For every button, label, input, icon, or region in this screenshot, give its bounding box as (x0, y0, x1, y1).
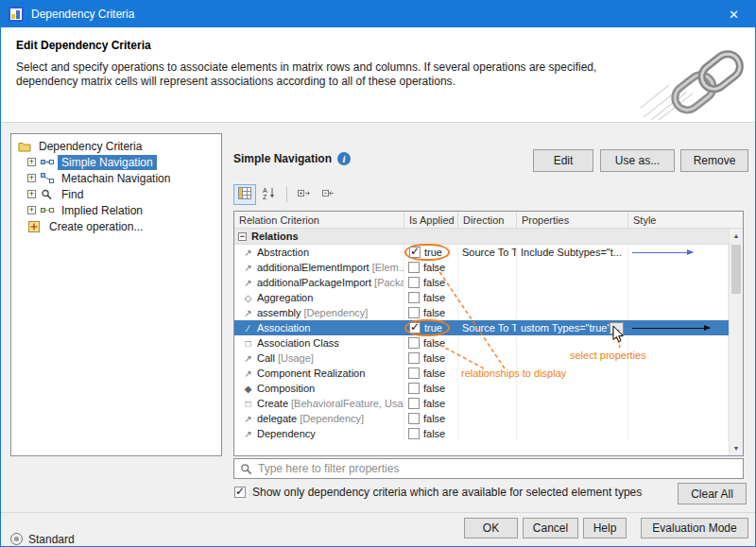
relation-row-association[interactable]: ∕AssociationtrueSource To T...ustom Type… (234, 320, 729, 335)
perspective-icon[interactable] (10, 533, 23, 545)
scroll-up-icon[interactable]: ▲ (730, 229, 743, 243)
direction-cell (458, 366, 517, 381)
relation-bracket: [Usage] (278, 352, 314, 364)
svg-text:A: A (263, 187, 267, 194)
relation-row-delegate[interactable]: ↗delegate[Dependency]false (234, 411, 729, 426)
relation-row-composition[interactable]: ◆Compositionfalse (234, 381, 729, 396)
info-icon[interactable]: i (337, 152, 351, 165)
line-icon: ∕ (242, 323, 254, 333)
remove-button[interactable]: Remove (680, 149, 748, 172)
column-header-direction[interactable]: Direction (458, 212, 517, 228)
direction-cell (458, 411, 517, 426)
panel-header: Simple Navigation i (233, 152, 351, 165)
style-cell (628, 411, 729, 426)
is-applied-cell: true (404, 245, 458, 260)
relation-row-create[interactable]: □Create[BehavioralFeature, Usa...false (234, 396, 729, 411)
help-button[interactable]: Help (583, 518, 627, 538)
tree-item-label: Implied Relation (58, 203, 146, 218)
relation-bracket: [BehavioralFeature, Usa... (291, 398, 404, 409)
cancel-button[interactable]: Cancel (523, 518, 578, 538)
is-applied-checkbox[interactable] (408, 307, 420, 318)
column-header-properties[interactable]: Properties (517, 212, 628, 228)
column-header-is-applied[interactable]: Is Applied (404, 212, 458, 228)
relation-row-additionalpackageimport[interactable]: ↗additionalPackageImport[Packa...false (234, 275, 729, 290)
page-title: Edit Dependency Criteria (16, 39, 151, 52)
create-operation-icon (27, 221, 42, 232)
view-mode-button[interactable] (233, 184, 256, 205)
vertical-scrollbar[interactable]: ▲ ▼ (729, 229, 743, 455)
column-header-relation-criterion[interactable]: Relation Criterion (234, 212, 404, 228)
expand-icon[interactable]: + (27, 174, 36, 182)
is-applied-checkbox[interactable] (408, 337, 420, 349)
close-icon[interactable]: ✕ (713, 1, 755, 27)
direction-cell (458, 305, 517, 320)
page-description: Select and specify operations to associa… (16, 60, 651, 89)
relation-row-call[interactable]: ↗Call[Usage]false (234, 350, 729, 366)
direction-cell (458, 335, 517, 350)
show-only-checkbox[interactable] (234, 487, 246, 498)
collapse-nodes-button[interactable] (318, 184, 340, 205)
relation-row-aggregation[interactable]: ◇Aggregationfalse (234, 290, 729, 305)
properties-cell: ustom Types="true"... (517, 320, 628, 335)
tree-item-label: Find (58, 187, 87, 202)
relations-group-row[interactable]: − Relations (234, 229, 729, 245)
dashed-arrow-icon: ↗ (242, 248, 254, 258)
relation-row-component-realization[interactable]: ↗Component Realizationfalse (234, 366, 729, 381)
sort-button[interactable]: AZ (258, 184, 281, 205)
is-applied-checkbox[interactable] (408, 262, 420, 273)
expand-icon[interactable]: + (27, 190, 36, 198)
is-applied-cell: false (404, 275, 458, 290)
scroll-down-icon[interactable]: ▼ (730, 441, 743, 455)
is-applied-value: false (423, 307, 445, 318)
is-applied-cell: false (404, 305, 458, 320)
tree-item-simple-navigation[interactable]: +Simple Navigation (11, 154, 221, 170)
is-applied-checkbox[interactable] (408, 413, 420, 424)
properties-cell (517, 381, 628, 396)
tree-item-implied-relation[interactable]: +Implied Relation (11, 202, 221, 218)
ok-button[interactable]: OK (464, 518, 518, 538)
dashed-arrow-icon: ↗ (242, 353, 254, 364)
svg-text:Z: Z (263, 194, 267, 199)
style-cell (628, 290, 729, 305)
relation-criterion-cell: ↗Dependency (234, 426, 404, 441)
clear-all-button[interactable]: Clear All (678, 483, 747, 504)
is-applied-checkbox[interactable] (408, 428, 420, 439)
is-applied-cell: false (404, 411, 458, 426)
tree-item-dependency-criteria[interactable]: Dependency Criteria (11, 138, 221, 154)
expand-nodes-button[interactable] (293, 184, 316, 205)
relation-row-assembly[interactable]: ↗assembly[Dependency]false (234, 305, 729, 320)
is-applied-checkbox[interactable] (408, 398, 420, 409)
relation-row-abstraction[interactable]: ↗AbstractiontrueSource To T...Include Su… (234, 245, 729, 260)
tree-item-find[interactable]: +Find (11, 186, 221, 202)
expand-icon[interactable]: + (27, 206, 36, 214)
is-applied-value: false (423, 368, 445, 379)
filter-input[interactable] (258, 462, 737, 475)
is-applied-checkbox[interactable] (408, 383, 420, 394)
edit-button[interactable]: Edit (533, 149, 593, 172)
column-header-style[interactable]: Style (628, 212, 729, 228)
is-applied-checkbox[interactable] (408, 352, 420, 364)
is-applied-checkbox[interactable] (409, 247, 421, 258)
collapse-icon[interactable]: − (238, 232, 247, 241)
expand-icon[interactable]: + (27, 158, 36, 166)
direction-cell (458, 260, 517, 275)
tree-item-create-operation[interactable]: Create operation... (11, 218, 221, 234)
relation-row-association-class[interactable]: □Association Classfalse (234, 335, 729, 350)
is-applied-checkbox[interactable] (409, 322, 421, 333)
style-cell (628, 426, 729, 441)
use-as-button[interactable]: Use as... (600, 149, 675, 172)
criteria-tree: Dependency Criteria+Simple Navigation+Me… (10, 133, 222, 456)
relation-row-additionalelementimport[interactable]: ↗additionalElementImport[Elem...false (234, 260, 729, 275)
is-applied-checkbox[interactable] (408, 368, 420, 379)
is-applied-checkbox[interactable] (408, 292, 420, 303)
tree-item-label: Dependency Criteria (35, 139, 146, 154)
direction-cell (458, 350, 517, 366)
properties-cell (517, 305, 628, 320)
tree-item-metachain-navigation[interactable]: +Metachain Navigation (11, 170, 221, 186)
is-applied-checkbox[interactable] (408, 277, 420, 288)
properties-ellipsis-button[interactable]: ... (610, 322, 624, 334)
properties-cell (517, 335, 628, 350)
scrollbar-thumb[interactable] (731, 245, 741, 294)
relation-row-dependency[interactable]: ↗Dependencyfalse (234, 426, 729, 441)
evaluation-mode-button[interactable]: Evaluation Mode (641, 518, 748, 538)
